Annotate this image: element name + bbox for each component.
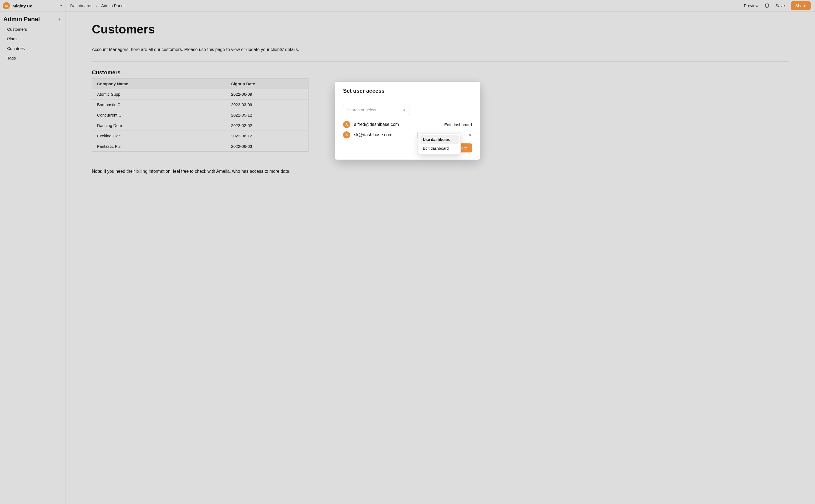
breadcrumb-current: Admin Panel (101, 3, 124, 8)
table-row[interactable]: Dashing Dom2022-02-02 (92, 120, 309, 131)
table-row[interactable]: Atomic Supp2022-06-09 (92, 89, 309, 100)
plus-icon (57, 17, 61, 21)
divider (92, 161, 789, 161)
col-signup[interactable]: Signup Date (226, 79, 309, 89)
topbar: Dashboards Admin Panel Preview Save Shar… (66, 0, 815, 12)
remove-user-icon[interactable] (468, 133, 472, 137)
table-row[interactable]: Fantastic Fur2022-06-03 (92, 141, 309, 152)
dropdown-option-use[interactable]: Use dashboard (420, 135, 459, 144)
cell-date: 2022-02-02 (226, 120, 309, 131)
dropdown-option-edit[interactable]: Edit dashboard (420, 144, 459, 153)
save-button[interactable]: Save (776, 3, 785, 8)
breadcrumb: Dashboards Admin Panel (70, 3, 740, 8)
chevron-down-icon (59, 4, 63, 8)
cell-company: Fantastic Fur (92, 141, 226, 152)
section-heading: Customers (92, 69, 789, 76)
database-icon[interactable] (765, 3, 769, 8)
select-caret-icon (402, 108, 406, 112)
workspace-switcher[interactable]: M Mighty Co (0, 0, 66, 12)
user-avatar: A (343, 121, 350, 128)
user-row: A alfred@dashibase.com Edit dashboard (343, 120, 472, 129)
workspace-avatar: M (3, 2, 10, 9)
sidebar-item-tags[interactable]: Tags (3, 53, 62, 63)
table-row[interactable]: Exciting Elec2022-06-12 (92, 131, 309, 141)
sidebar: M Mighty Co Admin Panel Customers Plans … (0, 0, 66, 504)
sidebar-title: Admin Panel (3, 16, 40, 23)
cell-company: Concurrent C (92, 110, 226, 120)
user-search-select[interactable]: Search or select (343, 105, 409, 115)
breadcrumb-root[interactable]: Dashboards (70, 3, 92, 8)
col-company[interactable]: Company Name (92, 79, 226, 89)
page-title: Customers (92, 22, 789, 36)
cell-company: Dashing Dom (92, 120, 226, 131)
cell-date: 2022-06-09 (226, 89, 309, 100)
cell-date: 2022-06-12 (226, 131, 309, 141)
page-intro: Account Managers, here are all our custo… (92, 47, 789, 52)
sidebar-item-plans[interactable]: Plans (3, 34, 62, 44)
customers-table: Company Name Signup Date Atomic Supp2022… (92, 78, 309, 152)
sidebar-item-customers[interactable]: Customers (3, 24, 62, 34)
search-placeholder: Search or select (347, 107, 376, 112)
cell-company: Atomic Supp (92, 89, 226, 100)
cell-date: 2022-03-09 (226, 100, 309, 110)
user-avatar: S (343, 131, 350, 138)
add-page-button[interactable] (56, 16, 62, 22)
main-area: Dashboards Admin Panel Preview Save Shar… (66, 0, 815, 504)
cell-company: Exciting Elec (92, 131, 226, 141)
role-dropdown: Use dashboard Edit dashboard (418, 133, 461, 155)
cell-company: Bombastic C (92, 100, 226, 110)
table-row[interactable]: Concurrent C2022-05-12 (92, 110, 309, 120)
page-note: Note: If you need their billing informat… (92, 169, 789, 174)
sidebar-item-countries[interactable]: Countries (3, 44, 62, 53)
user-access-modal: Set user access Search or select A alfre… (335, 82, 480, 160)
preview-button[interactable]: Preview (744, 3, 758, 8)
table-row[interactable]: Bombastic C2022-03-09 (92, 100, 309, 110)
chevron-right-icon (95, 4, 98, 7)
svg-point-2 (765, 4, 769, 5)
cell-date: 2022-05-12 (226, 110, 309, 120)
cell-date: 2022-06-03 (226, 141, 309, 152)
share-button[interactable]: Share (791, 1, 811, 10)
workspace-name: Mighty Co (13, 4, 56, 8)
user-email: alfred@dashibase.com (354, 122, 440, 127)
modal-title: Set user access (343, 88, 472, 94)
divider (92, 61, 789, 62)
user-role-label[interactable]: Edit dashboard (444, 122, 472, 127)
user-email: sk@dashibase.com (354, 132, 414, 137)
